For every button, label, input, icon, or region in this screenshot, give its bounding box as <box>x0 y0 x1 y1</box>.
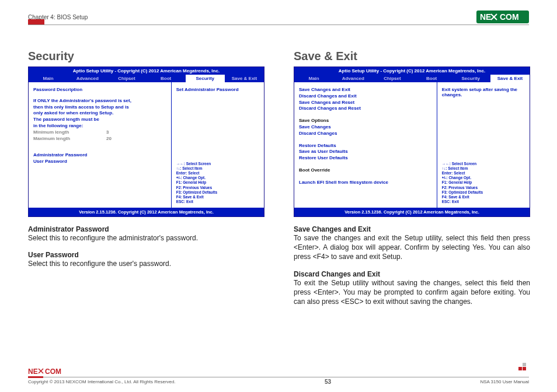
section-title-save-exit: Save & Exit <box>294 50 530 63</box>
discard-changes[interactable]: Discard Changes <box>299 131 432 137</box>
tab-main[interactable]: Main <box>294 75 333 82</box>
help-line: ↑↓: Select Item <box>176 166 259 171</box>
pw-desc-l4: The password length must be <box>33 117 166 123</box>
desc-save-changes-exit: Save Changes and Exit To save the change… <box>294 225 530 262</box>
desc-user-password: User Password Select this to reconfigure… <box>28 251 264 268</box>
footer-copyright: Copyright © 2013 NEXCOM International Co… <box>28 379 176 384</box>
svg-text:NE: NE <box>28 368 38 376</box>
left-column: Security Aptio Setup Utility - Copyright… <box>28 50 264 306</box>
user-password-item[interactable]: User Password <box>33 159 166 165</box>
bios-help-keys: →←: Select Screen ↑↓: Select Item Enter:… <box>176 162 259 204</box>
tab-boot[interactable]: Boot <box>147 75 186 82</box>
pw-desc-l5: in the following range: <box>33 123 166 130</box>
admin-password-item[interactable]: Administrator Password <box>33 152 166 159</box>
tab-boot[interactable]: Boot <box>412 75 451 82</box>
tab-advanced[interactable]: Advanced <box>68 75 107 82</box>
help-line: ESC: Exit <box>176 200 259 204</box>
help-line: F2: Previous Values <box>176 186 259 190</box>
bios-help-pane: Set Administrator Password →←: Select Sc… <box>172 82 264 208</box>
help-line: F3: Optimized Defaults <box>442 190 525 195</box>
discard-changes-and-exit[interactable]: Discard Changes and Exit <box>299 93 432 100</box>
bios-window-security: Aptio Setup Utility - Copyright (C) 2012… <box>28 66 264 217</box>
svg-text:NE: NE <box>480 12 491 22</box>
restore-user-defaults[interactable]: Restore User Defaults <box>299 155 432 162</box>
pw-desc-l2: then this only limits access to Setup an… <box>33 104 166 111</box>
page-footer: NE COM Copyright © 2013 NEXCOM Internati… <box>28 368 529 385</box>
help-line: ↑↓: Select Item <box>442 166 525 171</box>
desc-text: To save the changes and exit the Setup u… <box>294 233 530 262</box>
help-line: →←: Select Screen <box>442 162 525 166</box>
tab-advanced[interactable]: Advanced <box>333 75 373 82</box>
footer-page-number: 53 <box>325 379 331 385</box>
bios-tab-bar: Main Advanced Chipset Boot Security Save… <box>29 75 264 82</box>
bios-help-top: Set Administrator Password <box>176 87 259 92</box>
page-header: Chapter 4: BIOS Setup NE COM <box>28 10 529 25</box>
help-line: Enter: Select <box>176 171 259 176</box>
max-length-value: 20 <box>106 136 112 142</box>
section-title-security: Security <box>28 50 264 63</box>
footer-manual-name: NSA 3150 User Manual <box>480 379 529 384</box>
desc-text: To exit the Setup utility without saving… <box>294 278 530 307</box>
desc-discard-changes-exit: Discard Changes and Exit To exit the Set… <box>294 270 530 307</box>
svg-rect-7 <box>523 367 526 370</box>
tab-save-exit[interactable]: Save & Exit <box>490 75 530 82</box>
save-changes-and-exit[interactable]: Save Changes and Exit <box>299 87 432 93</box>
bios-help-top: Exit system setup after saving the chang… <box>442 87 525 97</box>
bios-title-bar: Aptio Setup Utility - Copyright (C) 2012… <box>294 67 530 75</box>
max-length-label: Maximum length <box>33 136 106 142</box>
desc-title: Discard Changes and Exit <box>294 270 530 278</box>
tab-chipset[interactable]: Chipset <box>107 75 146 82</box>
bios-window-save-exit: Aptio Setup Utility - Copyright (C) 2012… <box>294 66 530 217</box>
pw-desc-l1: If ONLY the Administrator's password is … <box>33 98 166 104</box>
tab-security[interactable]: Security <box>186 75 225 82</box>
boot-override-label: Boot Override <box>299 167 432 174</box>
desc-title: User Password <box>28 251 264 259</box>
save-changes[interactable]: Save Changes <box>299 124 432 131</box>
svg-text:COM: COM <box>500 12 519 22</box>
restore-defaults[interactable]: Restore Defaults <box>299 143 432 149</box>
help-line: F4: Save & Exit <box>442 195 525 200</box>
bios-title-bar: Aptio Setup Utility - Copyright (C) 2012… <box>29 67 264 75</box>
min-length-value: 3 <box>106 130 109 136</box>
help-line: +/-: Change Opt. <box>442 176 525 180</box>
help-line: F1: General Help <box>176 180 259 185</box>
bios-tab-bar: Main Advanced Chipset Boot Security Save… <box>294 75 530 82</box>
svg-rect-5 <box>518 367 522 370</box>
bios-content-left: Password Description If ONLY the Adminis… <box>29 82 172 208</box>
bios-help-pane: Exit system setup after saving the chang… <box>437 82 530 208</box>
bios-footer: Version 2.15.1236. Copyright (C) 2012 Am… <box>294 208 530 216</box>
help-line: F3: Optimized Defaults <box>176 190 259 195</box>
tab-main[interactable]: Main <box>29 75 68 82</box>
desc-admin-password: Administrator Password Select this to re… <box>28 225 264 243</box>
help-line: F4: Save & Exit <box>176 195 259 200</box>
desc-title: Administrator Password <box>28 225 264 233</box>
tab-security[interactable]: Security <box>451 75 490 82</box>
help-line: ESC: Exit <box>442 200 525 204</box>
help-line: Enter: Select <box>442 171 525 176</box>
save-changes-and-reset[interactable]: Save Changes and Reset <box>299 100 432 106</box>
save-options-label: Save Options <box>299 118 432 124</box>
desc-text: Select this to reconfigure the user's pa… <box>28 259 264 268</box>
desc-text: Select this to reconfigure the administr… <box>28 233 264 243</box>
desc-title: Save Changes and Exit <box>294 225 530 233</box>
svg-text:COM: COM <box>45 368 61 376</box>
pw-desc-title: Password Description <box>33 87 166 93</box>
tab-save-exit[interactable]: Save & Exit <box>225 75 264 82</box>
pw-desc-l3: only asked for when entering Setup. <box>33 110 166 117</box>
bios-help-keys: →←: Select Screen ↑↓: Select Item Enter:… <box>442 162 525 204</box>
right-column: Save & Exit Aptio Setup Utility - Copyri… <box>294 50 530 306</box>
red-accent-tab <box>28 19 44 24</box>
nexcom-logo: NE COM <box>476 10 529 23</box>
discard-changes-and-reset[interactable]: Discard Changes and Reset <box>299 106 432 112</box>
help-line: F1: General Help <box>442 180 525 185</box>
help-line: →←: Select Screen <box>176 162 259 166</box>
nexcom-footer-logo: NE COM <box>28 368 529 376</box>
help-line: F2: Previous Values <box>442 186 525 190</box>
bios-content-left: Save Changes and Exit Discard Changes an… <box>294 82 437 208</box>
tab-chipset[interactable]: Chipset <box>373 75 412 82</box>
min-length-label: Minimum length <box>33 130 106 136</box>
svg-rect-6 <box>523 363 526 366</box>
launch-efi-shell[interactable]: Launch EFI Shell from filesystem device <box>299 180 432 186</box>
save-user-defaults[interactable]: Save as User Defaults <box>299 149 432 155</box>
help-line: +/-: Change Opt. <box>176 176 259 180</box>
